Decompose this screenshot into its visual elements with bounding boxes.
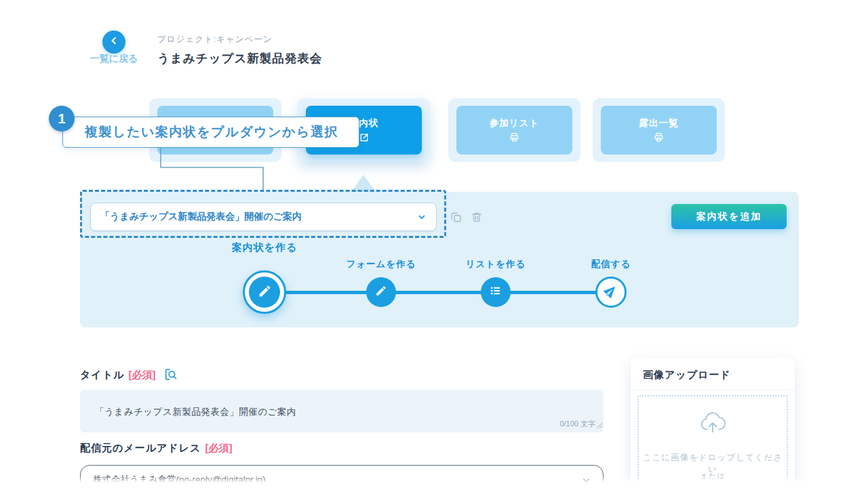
pencil-icon: [375, 285, 387, 300]
step-1-circle[interactable]: [243, 270, 286, 314]
tab-exposure-list[interactable]: 露出一覧: [601, 106, 717, 155]
project-title: うまみチップス新製品発表会: [157, 50, 322, 66]
preview-search-icon[interactable]: [163, 367, 178, 382]
tab-container-participants: 参加リスト: [448, 98, 580, 162]
title-textarea[interactable]: 「うまみチップス新製品発表会」開催のご案内 0/100 文字: [80, 390, 604, 432]
invitation-select[interactable]: 「うまみチップス新製品発表会」開催のご案内: [90, 203, 437, 231]
printer-icon: [653, 131, 665, 144]
required-badge: [必須]: [128, 369, 155, 382]
title-char-counter: 0/100 文字: [559, 419, 595, 429]
sender-email-value: 株式会社うまみ食堂(no-reply@digitalpr.jp): [93, 474, 582, 486]
title-label: タイトル: [80, 369, 124, 382]
list-icon: [489, 284, 502, 300]
tab-participant-list[interactable]: 参加リスト: [456, 106, 572, 155]
send-icon: [604, 283, 618, 301]
cloud-upload-icon: [698, 411, 727, 437]
image-dropzone[interactable]: ここに画像をドロップしてください または: [637, 395, 788, 488]
image-upload-title: 画像アップロード: [643, 369, 731, 382]
project-type-label: プロジェクト:キャンペーン: [157, 34, 273, 45]
tooltip-step-1: 複製したい案内状をプルダウンから選択: [62, 117, 359, 148]
sender-email-select[interactable]: 株式会社うまみ食堂(no-reply@digitalpr.jp): [80, 465, 604, 488]
dropzone-or-text: または: [639, 471, 787, 481]
trash-icon[interactable]: [471, 211, 483, 226]
step-4-circle[interactable]: [595, 277, 627, 308]
tooltip-text: 複製したい案内状をプルダウンから選択: [85, 123, 338, 141]
pencil-icon: [258, 284, 272, 301]
add-invitation-button[interactable]: 案内状を追加: [671, 204, 787, 229]
printer-icon: [509, 131, 520, 144]
chevron-down-icon: [582, 476, 591, 485]
divider: [631, 390, 795, 390]
tab-container-exposure: 露出一覧: [593, 98, 725, 162]
chevron-left-icon: [108, 35, 119, 49]
step-progress-line: [264, 291, 611, 294]
step-3-circle[interactable]: [481, 277, 511, 307]
back-button[interactable]: [102, 30, 125, 54]
step-2-circle[interactable]: [366, 277, 396, 307]
page: 一覧に戻る プロジェクト:キャンペーン うまみチップス新製品発表会 案内状 参加…: [0, 0, 868, 488]
chevron-down-icon: [417, 212, 427, 222]
sender-label: 配信元のメールアドレス: [80, 442, 201, 455]
copy-icon[interactable]: [450, 211, 462, 226]
tab-exposure-list-label: 露出一覧: [639, 117, 679, 129]
step-number-badge: 1: [49, 106, 75, 131]
step-2-label: フォームを作る: [334, 258, 429, 270]
required-badge: [必須]: [205, 442, 232, 455]
step-4-label: 配信する: [564, 258, 658, 270]
title-field-label-row: タイトル [必須]: [80, 367, 178, 382]
invitation-select-value: 「うまみチップス新製品発表会」開催のご案内: [100, 211, 417, 223]
image-upload-panel: 画像アップロード ここに画像をドロップしてください または: [631, 358, 795, 488]
back-button-label[interactable]: 一覧に戻る: [80, 53, 148, 65]
resize-handle-icon[interactable]: [596, 420, 603, 432]
step-3-label: リストを作る: [448, 258, 543, 270]
tab-participant-list-label: 参加リスト: [490, 117, 539, 129]
sender-field-label-row: 配信元のメールアドレス [必須]: [80, 442, 232, 455]
external-link-icon: [359, 131, 370, 144]
step-1-label: 案内状を作る: [217, 241, 312, 254]
title-value: 「うまみチップス新製品発表会」開催のご案内: [95, 406, 296, 418]
